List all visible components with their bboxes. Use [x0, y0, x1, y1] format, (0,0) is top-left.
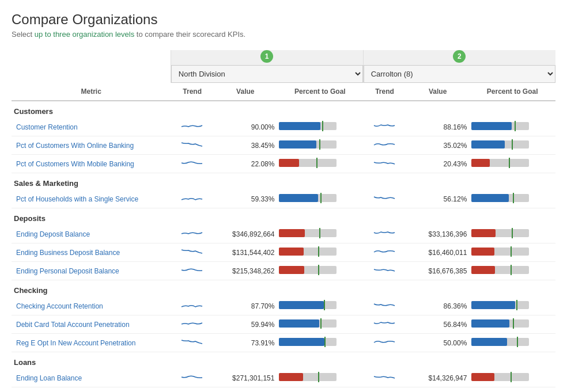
trend1-cell [171, 118, 214, 136]
ptg1-cell [277, 315, 363, 334]
table-row: Pct of Customers With Online Banking 38.… [12, 136, 555, 155]
value1-cell: $346,892,664 [214, 225, 277, 243]
col-value2: Value [406, 83, 469, 101]
section-header: Loans [12, 352, 555, 370]
value1-cell: 59.94% [214, 315, 277, 334]
ptg1-cell [277, 118, 363, 136]
trend1-cell [171, 155, 214, 173]
ptg1-cell [277, 369, 363, 387]
org-header-row: 1 2 [12, 50, 555, 65]
trend1-cell [171, 136, 214, 155]
metric-name[interactable]: Pct of Customers With Mobile Banking [12, 155, 171, 173]
org-select-row: North Division Carrolton (8) [12, 65, 555, 83]
metric-name[interactable]: Ending Loan Balance [12, 369, 171, 387]
page-subtitle: Select up to three organization levels t… [12, 30, 555, 39]
value1-cell: $271,301,151 [214, 369, 277, 387]
value1-cell: 38.45% [214, 136, 277, 155]
trend2-cell [363, 315, 406, 334]
ptg1-cell [277, 136, 363, 155]
value1-cell: $131,544,402 [214, 243, 277, 262]
ptg1-cell [277, 262, 363, 280]
section-header: Customers [12, 101, 555, 118]
col-header-row: Metric Trend Value Percent to Goal Trend… [12, 83, 555, 101]
ptg2-cell [469, 262, 555, 280]
table-row: Pct of Households with a Single Service … [12, 190, 555, 208]
trend1-cell [171, 315, 214, 334]
ptg1-cell [277, 297, 363, 315]
table-row: Debit Card Total Account Penetration 59.… [12, 315, 555, 334]
ptg2-cell [469, 369, 555, 387]
value2-cell: $33,136,396 [406, 225, 469, 243]
metric-name[interactable]: Ending Deposit Balance [12, 225, 171, 243]
trend1-cell [171, 243, 214, 262]
value2-cell: $14,326,947 [406, 369, 469, 387]
col-trend1: Trend [171, 83, 214, 101]
metric-name[interactable]: Customer Retention [12, 118, 171, 136]
subtitle-link[interactable]: up to three organization levels [35, 30, 134, 39]
table-row: Reg E Opt In New Account Penetration 73.… [12, 334, 555, 352]
trend2-cell [363, 297, 406, 315]
value2-cell: 35.02% [406, 136, 469, 155]
table-row: Ending Personal Deposit Balance $215,348… [12, 262, 555, 280]
value1-cell: 73.91% [214, 334, 277, 352]
col-ptg2: Percent to Goal [469, 83, 555, 101]
metric-name[interactable]: Checking Account Retention [12, 297, 171, 315]
trend2-cell [363, 262, 406, 280]
table-row: Ending Deposit Balance $346,892,664 $33,… [12, 225, 555, 243]
section-label: Checking [12, 280, 555, 298]
ptg2-cell [469, 155, 555, 173]
table-row: Checking Account Retention 87.70% 86.36% [12, 297, 555, 315]
trend1-cell [171, 190, 214, 208]
org1-select[interactable]: North Division [171, 65, 363, 83]
metric-name[interactable]: Reg E Opt In New Account Penetration [12, 334, 171, 352]
page-title: Compare Organizations [12, 12, 555, 28]
value2-cell: 88.16% [406, 118, 469, 136]
metric-name[interactable]: Debit Card Total Account Penetration [12, 315, 171, 334]
ptg2-cell [469, 225, 555, 243]
value1-cell: $215,348,262 [214, 262, 277, 280]
value2-cell: 20.43% [406, 155, 469, 173]
table-row: Ending Business Deposit Balance $131,544… [12, 243, 555, 262]
metric-name[interactable]: Pct of Customers With Online Banking [12, 136, 171, 155]
section-label: Loans [12, 352, 555, 370]
ptg1-cell [277, 190, 363, 208]
trend2-cell [363, 118, 406, 136]
section-header: Deposits [12, 208, 555, 226]
col-value1: Value [214, 83, 277, 101]
ptg2-cell [469, 118, 555, 136]
trend1-cell [171, 369, 214, 387]
table-row: Pct of Customers With Mobile Banking 22.… [12, 155, 555, 173]
org2-select[interactable]: Carrolton (8) [364, 65, 555, 83]
ptg1-cell [277, 155, 363, 173]
value1-cell: 87.70% [214, 297, 277, 315]
section-header: Checking [12, 280, 555, 298]
trend1-cell [171, 225, 214, 243]
value2-cell: 50.00% [406, 334, 469, 352]
section-label: Customers [12, 101, 555, 118]
trend1-cell [171, 297, 214, 315]
metric-name[interactable]: Pct of Households with a Single Service [12, 190, 171, 208]
ptg2-cell [469, 334, 555, 352]
ptg1-cell [277, 243, 363, 262]
trend2-cell [363, 155, 406, 173]
metric-name[interactable]: Ending Personal Deposit Balance [12, 262, 171, 280]
section-label: Sales & Marketing [12, 173, 555, 191]
compare-table: 1 2 North Division Carrolton (8) [12, 50, 555, 387]
metric-name[interactable]: Ending Business Deposit Balance [12, 243, 171, 262]
trend2-cell [363, 225, 406, 243]
section-label: Deposits [12, 208, 555, 226]
trend2-cell [363, 369, 406, 387]
ptg2-cell [469, 243, 555, 262]
ptg2-cell [469, 136, 555, 155]
table-row: Customer Retention 90.00% 88.16% [12, 118, 555, 136]
value1-cell: 59.33% [214, 190, 277, 208]
value2-cell: 86.36% [406, 297, 469, 315]
value2-cell: 56.84% [406, 315, 469, 334]
trend2-cell [363, 190, 406, 208]
ptg2-cell [469, 190, 555, 208]
value2-cell: $16,460,011 [406, 243, 469, 262]
table-row: Ending Loan Balance $271,301,151 $14,326… [12, 369, 555, 387]
trend2-cell [363, 136, 406, 155]
ptg1-cell [277, 334, 363, 352]
trend2-cell [363, 243, 406, 262]
